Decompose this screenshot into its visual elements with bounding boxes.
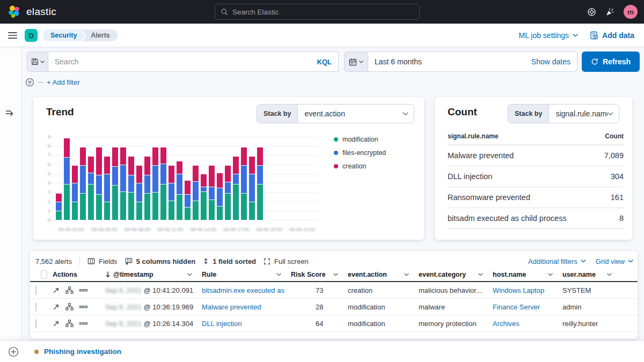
trend-bar-segment-modification[interactable] <box>56 211 62 220</box>
trend-bar-segment-files-encrypted[interactable] <box>80 165 86 193</box>
row-checkbox[interactable] <box>35 319 36 328</box>
column-header-host-name[interactable]: host.name <box>487 268 557 281</box>
trend-bar-segment-files-encrypted[interactable] <box>241 165 247 193</box>
space-avatar[interactable]: D <box>25 29 38 42</box>
saved-query-menu-button[interactable] <box>27 51 48 72</box>
column-header-risk-score[interactable]: Risk Score <box>286 268 342 281</box>
trend-bar-segment-files-encrypted[interactable] <box>177 174 182 194</box>
column-header-timestamp[interactable]: @timestamp <box>100 268 196 281</box>
trend-bar-segment-modification[interactable] <box>88 184 94 220</box>
full-screen-button[interactable]: Full screen <box>264 257 309 265</box>
trend-bar-segment-creation[interactable] <box>56 193 62 202</box>
date-range-value[interactable]: Last 6 months <box>375 57 422 66</box>
table-row[interactable]: Sep 9, 2021@ 10:41:20.091 bitsadmin.exe … <box>30 282 638 299</box>
expand-sidebar-icon[interactable] <box>5 109 15 117</box>
news-feed-icon[interactable] <box>605 8 614 17</box>
column-header-user-name[interactable]: user.name <box>557 268 616 281</box>
trend-stack-by-select[interactable]: Stack by event.action <box>257 104 414 123</box>
trend-bar-segment-files-encrypted[interactable] <box>88 173 94 184</box>
table-row[interactable]: Sep 9, 2021@ 10:26:14.304 DLL injection … <box>30 315 638 332</box>
trend-bar-segment-creation[interactable] <box>177 161 182 174</box>
trend-bar-segment-creation[interactable] <box>112 147 118 166</box>
row-checkbox[interactable] <box>35 302 36 312</box>
trend-bar-segment-modification[interactable] <box>185 207 191 220</box>
legend-item-creation[interactable]: creation <box>334 162 386 170</box>
date-picker-menu-button[interactable] <box>344 51 368 72</box>
columns-hidden-button[interactable]: 5 columns hidden <box>125 257 196 265</box>
trend-bar-segment-modification[interactable] <box>120 191 126 220</box>
trend-bar-segment-files-encrypted[interactable] <box>104 174 110 202</box>
rule-link[interactable]: DLL injection <box>196 320 286 328</box>
trend-bar-segment-modification[interactable] <box>72 202 78 220</box>
trend-bar-segment-modification[interactable] <box>249 202 255 220</box>
trend-bar-segment-creation[interactable] <box>120 147 126 165</box>
trend-bar-segment-modification[interactable] <box>233 184 239 220</box>
trend-bar-segment-creation[interactable] <box>193 165 199 181</box>
analyzer-icon[interactable] <box>65 320 74 327</box>
trend-bar-segment-modification[interactable] <box>193 201 199 220</box>
trend-bar-segment-creation[interactable] <box>136 165 142 183</box>
trend-bar-segment-creation[interactable] <box>128 156 134 174</box>
trend-bar-segment-creation[interactable] <box>152 147 158 165</box>
trend-bar-segment-files-encrypted[interactable] <box>128 175 134 193</box>
trend-bar-segment-modification[interactable] <box>96 194 102 220</box>
grid-view-button[interactable]: Grid view <box>596 257 633 265</box>
add-timeline-icon[interactable] <box>8 346 19 357</box>
trend-bar-segment-modification[interactable] <box>112 185 118 220</box>
host-name-link[interactable]: Archives <box>487 320 557 328</box>
trend-bar-segment-files-encrypted[interactable] <box>185 194 191 207</box>
fields-button[interactable]: Fields <box>87 257 118 265</box>
count-row[interactable]: Malware prevented7,089 <box>448 145 624 166</box>
trend-bar-segment-modification[interactable] <box>177 194 182 220</box>
add-filter-button[interactable]: + Add filter <box>47 78 80 86</box>
trend-bar-segment-files-encrypted[interactable] <box>72 183 78 201</box>
table-row[interactable]: Sep 9, 2021@ 10:36:19.969 Malware preven… <box>30 299 638 315</box>
trend-bar-segment-files-encrypted[interactable] <box>152 165 158 192</box>
row-checkbox[interactable] <box>35 286 36 295</box>
trend-bar-segment-creation[interactable] <box>169 165 174 183</box>
trend-bar-segment-files-encrypted[interactable] <box>217 188 223 206</box>
trend-bar-segment-files-encrypted[interactable] <box>225 182 231 193</box>
ml-job-settings-button[interactable]: ML job settings <box>518 31 578 40</box>
trend-bar-segment-files-encrypted[interactable] <box>169 183 174 201</box>
trend-bar-segment-modification[interactable] <box>160 184 166 220</box>
trend-bar-segment-files-encrypted[interactable] <box>120 165 126 191</box>
trend-bar-segment-files-encrypted[interactable] <box>201 187 207 191</box>
trend-bar-segment-files-encrypted[interactable] <box>209 187 215 200</box>
count-stack-by-select[interactable]: Stack by signal.rule.name <box>508 104 619 123</box>
user-avatar[interactable]: m <box>624 5 638 19</box>
select-all-checkbox[interactable] <box>41 270 47 279</box>
trend-bar-segment-modification[interactable] <box>217 206 223 220</box>
date-range-display[interactable]: Last 6 months Show dates <box>368 51 577 72</box>
trend-bar-segment-modification[interactable] <box>80 193 86 220</box>
trend-bar-segment-creation[interactable] <box>64 138 70 157</box>
rule-link[interactable]: Malware prevented <box>196 303 286 311</box>
legend-item-files-encrypted[interactable]: files-encrypted <box>334 149 386 157</box>
trend-bar-segment-modification[interactable] <box>209 200 215 220</box>
trend-bar-segment-modification[interactable] <box>257 184 263 220</box>
trend-bar-segment-files-encrypted[interactable] <box>193 181 199 201</box>
trend-bar-segment-creation[interactable] <box>96 147 102 175</box>
additional-filters-button[interactable]: Additional filters <box>528 257 586 265</box>
add-data-button[interactable]: Add data <box>590 31 634 40</box>
trend-bar-segment-creation[interactable] <box>241 147 247 165</box>
trend-bar-segment-creation[interactable] <box>72 165 78 183</box>
count-row[interactable]: bitsadm executed as child process8 <box>448 208 624 229</box>
trend-bar-segment-creation[interactable] <box>144 156 150 174</box>
trend-bar-segment-creation[interactable] <box>257 147 263 165</box>
trend-bar-segment-files-encrypted[interactable] <box>136 183 142 201</box>
legend-item-modification[interactable]: modification <box>334 136 386 143</box>
refresh-button[interactable]: Refresh <box>582 51 640 72</box>
analyzer-icon[interactable] <box>65 286 74 294</box>
trend-bar-segment-creation[interactable] <box>201 174 207 187</box>
trend-bar-segment-files-encrypted[interactable] <box>233 174 239 184</box>
column-header-event-category[interactable]: event.category <box>413 268 487 281</box>
trend-bar-segment-modification[interactable] <box>152 192 158 220</box>
timeline-title-button[interactable]: Phishing investigation <box>44 348 121 356</box>
trend-bar-segment-files-encrypted[interactable] <box>56 202 62 211</box>
more-actions-icon[interactable] <box>79 289 87 292</box>
menu-icon[interactable] <box>8 32 17 39</box>
rule-link[interactable]: bitsadmin.exe executed as ... <box>196 286 286 294</box>
trend-bar-segment-creation[interactable] <box>217 173 223 188</box>
trend-bar-segment-files-encrypted[interactable] <box>144 175 150 193</box>
